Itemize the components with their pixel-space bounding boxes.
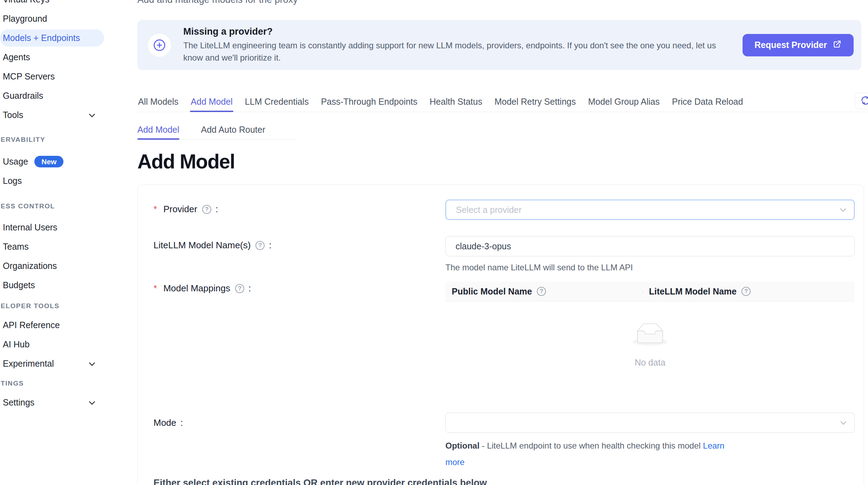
banner-text: Missing a provider? The LiteLLM engineer…: [183, 26, 743, 64]
tab-all-models[interactable]: All Models: [137, 92, 179, 112]
subtab-add-model[interactable]: Add Model: [137, 120, 179, 139]
refresh-icon: [861, 96, 868, 106]
add-model-form-card: Provider ? Select a provider LiteLLM Mod…: [137, 185, 864, 485]
question-circle-icon[interactable]: ?: [741, 287, 751, 296]
mode-label-text: Mode: [153, 417, 176, 428]
sidebar-item-internal-users[interactable]: Internal Users: [0, 219, 104, 236]
sidebar-item-label: Usage: [3, 157, 28, 167]
page-subtitle: Add and manage models for the proxy: [137, 0, 298, 5]
tab-price-data-reload[interactable]: Price Data Reload: [671, 92, 744, 112]
sidebar-item-logs[interactable]: Logs: [0, 172, 104, 189]
tab-add-model[interactable]: Add Model: [190, 92, 233, 112]
model-mappings-table-header: Public Model Name ? LiteLLM Model Name ?: [445, 282, 855, 302]
column-header-public-model-name: Public Model Name ?: [445, 286, 643, 297]
sidebar-item-experimental[interactable]: Experimental: [0, 355, 104, 372]
plus-circle-icon: [148, 34, 171, 57]
sidebar-item-label: Agents: [3, 52, 30, 62]
tab-model-group-alias[interactable]: Model Group Alias: [587, 92, 660, 112]
tab-model-retry-settings[interactable]: Model Retry Settings: [494, 92, 576, 112]
page-title: Add Model: [137, 150, 235, 173]
sidebar-item-label: Teams: [3, 242, 29, 252]
mode-help-bold: Optional: [445, 441, 479, 450]
tab-pass-through-endpoints[interactable]: Pass-Through Endpoints: [320, 92, 418, 112]
models-tab-bar: All Models Add Model LLM Credentials Pas…: [137, 92, 868, 112]
sidebar-item-playground[interactable]: Playground: [0, 10, 104, 27]
sidebar-item-label: Internal Users: [3, 222, 57, 233]
sidebar-item-label: Tools: [3, 110, 23, 120]
model-mappings-label-text: Model Mappings: [163, 283, 230, 294]
model-name-label-text: LiteLLM Model Name(s): [153, 240, 251, 251]
provider-select[interactable]: Select a provider: [445, 200, 855, 220]
sidebar-item-usage[interactable]: UsageNew: [0, 153, 104, 170]
refresh-button[interactable]: [855, 93, 868, 109]
sidebar-item-label: Logs: [3, 176, 22, 186]
sidebar-item-label: Models + Endpoints: [3, 33, 80, 43]
request-provider-button[interactable]: Request Provider: [743, 34, 854, 56]
sidebar-item-mcp-servers[interactable]: MCP Servers: [0, 68, 104, 85]
provider-select-placeholder: Select a provider: [456, 205, 840, 215]
chevron-down-icon: [89, 360, 95, 366]
sidebar-item-budgets[interactable]: Budgets: [0, 277, 104, 294]
sidebar-item-label: Playground: [3, 14, 47, 24]
sidebar-item-label: Experimental: [3, 359, 54, 369]
question-circle-icon[interactable]: ?: [255, 241, 265, 250]
sidebar-item-label: Budgets: [3, 280, 35, 290]
chevron-down-icon: [89, 399, 95, 405]
sidebar-section-settings: TINGS: [0, 377, 116, 390]
sidebar-item-label: Organizations: [3, 261, 57, 271]
chevron-down-icon: [89, 111, 95, 117]
sidebar-item-organizations[interactable]: Organizations: [0, 257, 104, 275]
sidebar-section-developer-tools: ELOPER TOOLS: [0, 300, 116, 312]
sidebar-item-label: MCP Servers: [3, 71, 55, 82]
sidebar-item-label: API Reference: [3, 320, 60, 330]
banner-title: Missing a provider?: [183, 26, 729, 37]
sidebar-item-guardrails[interactable]: Guardrails: [0, 87, 104, 104]
tab-health-status[interactable]: Health Status: [429, 92, 483, 112]
sidebar-item-models-endpoints[interactable]: Models + Endpoints: [0, 29, 104, 47]
litellm-admin-app: Virtual Keys Playground Models + Endpoin…: [0, 0, 868, 485]
sidebar-item-agents[interactable]: Agents: [0, 49, 104, 66]
inbox-icon: [633, 323, 668, 347]
sidebar-section-observability: ERVABILITY: [0, 133, 116, 146]
provider-label: Provider ?: [153, 204, 218, 215]
main-content: Add and manage models for the proxy Miss…: [116, 0, 868, 485]
sidebar-item-label: Guardrails: [3, 91, 43, 101]
question-circle-icon[interactable]: ?: [235, 284, 244, 293]
column-header-litellm-model-name: LiteLLM Model Name ?: [643, 286, 855, 297]
add-model-subtab-bar: Add Model Add Auto Router: [137, 120, 297, 140]
new-badge: New: [34, 156, 63, 167]
mode-help: Optional - LiteLLM endpoint to use when …: [445, 438, 740, 471]
sidebar-item-tools[interactable]: Tools: [0, 106, 104, 124]
sidebar-item-teams[interactable]: Teams: [0, 238, 104, 255]
mode-label: Mode: [153, 417, 183, 428]
model-mappings-label: Model Mappings ?: [153, 283, 251, 294]
sidebar-item-settings[interactable]: Settings: [0, 394, 104, 411]
sidebar-item-virtual-keys[interactable]: Virtual Keys: [0, 0, 104, 8]
sidebar-item-api-reference[interactable]: API Reference: [0, 317, 104, 334]
tab-llm-credentials[interactable]: LLM Credentials: [244, 92, 309, 112]
model-name-input[interactable]: [445, 236, 855, 256]
external-link-icon: [833, 40, 842, 51]
sidebar: Virtual Keys Playground Models + Endpoin…: [0, 0, 116, 485]
chevron-down-icon: [840, 419, 846, 425]
request-provider-label: Request Provider: [754, 40, 827, 50]
sidebar-section-access-control: ESS CONTROL: [0, 200, 116, 213]
question-circle-icon[interactable]: ?: [202, 205, 211, 214]
chevron-down-icon: [840, 206, 846, 212]
credentials-note: Either select existing credentials OR en…: [153, 478, 487, 485]
model-name-help: The model name LiteLLM will send to the …: [445, 263, 633, 272]
provider-label-text: Provider: [163, 204, 197, 215]
mode-select[interactable]: [445, 413, 855, 433]
missing-provider-banner: Missing a provider? The LiteLLM engineer…: [137, 20, 861, 70]
model-name-label: LiteLLM Model Name(s) ?: [153, 240, 272, 251]
sidebar-item-label: AI Hub: [3, 339, 29, 349]
banner-body: The LiteLLM engineering team is constant…: [183, 40, 729, 64]
model-mappings-table: Public Model Name ? LiteLLM Model Name ?: [445, 282, 855, 368]
mode-help-text: - LiteLLM endpoint to use when health ch…: [479, 441, 703, 450]
no-data-text: No data: [635, 358, 665, 368]
sidebar-item-label: Virtual Keys: [3, 0, 49, 5]
subtab-add-auto-router[interactable]: Add Auto Router: [201, 120, 265, 139]
question-circle-icon[interactable]: ?: [537, 287, 546, 296]
empty-state: No data: [445, 302, 855, 368]
sidebar-item-ai-hub[interactable]: AI Hub: [0, 336, 104, 353]
